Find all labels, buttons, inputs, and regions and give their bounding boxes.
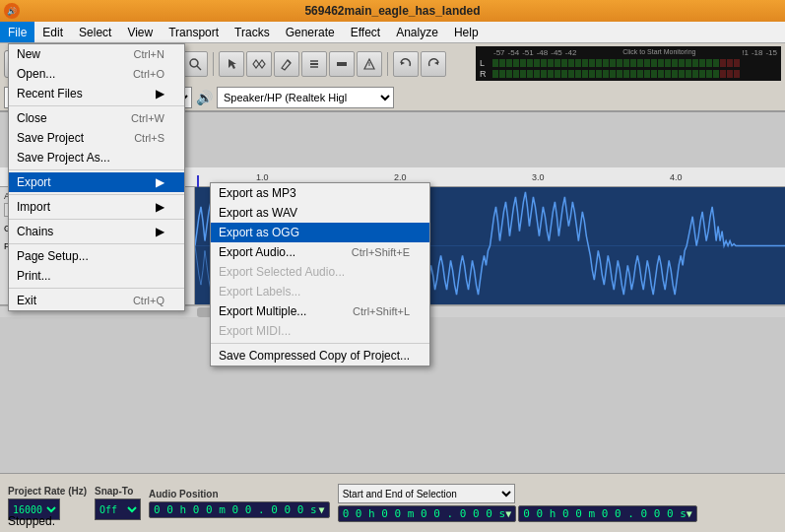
- project-rate-label: Project Rate (Hz): [8, 486, 87, 497]
- save-shortcut: Ctrl+S: [134, 132, 164, 144]
- chains-label: Chains: [17, 225, 53, 238]
- export-mp3-label: Export as MP3: [219, 186, 296, 200]
- menu-import[interactable]: Import ▶: [9, 197, 184, 217]
- redo-button[interactable]: [421, 51, 446, 77]
- sep-5: [9, 243, 184, 244]
- snap-to-select[interactable]: Off Bar Beat: [95, 499, 141, 520]
- ruler-tick-1: 1.0: [256, 172, 269, 182]
- selection-type-select[interactable]: Start and End of Selection Start and Len…: [338, 484, 515, 503]
- menu-open[interactable]: Open... Ctrl+O: [9, 64, 184, 84]
- audio-position-value: 0 0 h 0 0 m 0 0 . 0 0 0 s ▼: [149, 501, 330, 518]
- sep-4: [9, 219, 184, 220]
- menu-edit[interactable]: Edit: [34, 22, 71, 42]
- svg-line-16: [288, 60, 291, 63]
- menu-close[interactable]: Close Ctrl+W: [9, 108, 184, 128]
- status-bar: Project Rate (Hz) 16000 22050 44100 4800…: [0, 473, 785, 532]
- audio-pos-dropdown-arrow[interactable]: ▼: [319, 504, 325, 515]
- ruler-tick-2: 2.0: [394, 172, 407, 182]
- selection-start-display: 0 0 h 0 0 m 0 0 . 0 0 0 s ▼: [338, 505, 517, 522]
- menu-recent-files[interactable]: Recent Files ▶: [9, 84, 184, 103]
- menu-export[interactable]: Export ▶: [9, 172, 184, 192]
- menu-chains[interactable]: Chains ▶: [9, 222, 184, 241]
- export-multiple[interactable]: Export Multiple... Ctrl+Shift+L: [211, 301, 429, 321]
- menu-view[interactable]: View: [119, 22, 161, 42]
- app-title: 569462main_eagle_has_landed: [304, 4, 480, 18]
- stopped-label: Stopped.: [8, 514, 55, 528]
- menu-tracks[interactable]: Tracks: [227, 22, 278, 42]
- exit-shortcut: Ctrl+Q: [133, 295, 164, 306]
- menu-save-project[interactable]: Save Project Ctrl+S: [9, 128, 184, 148]
- menu-help[interactable]: Help: [446, 22, 487, 42]
- export-wav-label: Export as WAV: [219, 206, 297, 220]
- selection-dropdown-row: Start and End of Selection Start and Len…: [338, 484, 697, 503]
- export-audio-label: Export Audio...: [219, 245, 295, 259]
- toolbar-sep-2: [213, 52, 214, 76]
- open-shortcut: Ctrl+O: [133, 68, 164, 80]
- file-menu: New Ctrl+N Open... Ctrl+O Recent Files ▶…: [8, 43, 185, 311]
- svg-point-14: [190, 59, 198, 67]
- sep-2: [9, 169, 184, 170]
- audio-pos-display: 0 0 h 0 0 m 0 0 . 0 0 0 s ▼: [149, 501, 330, 518]
- draw-tool[interactable]: [274, 51, 299, 77]
- menu-bar: File Edit Select View Transport Tracks G…: [0, 22, 785, 43]
- output-device-select[interactable]: Speaker/HP (Realtek Higl: [217, 87, 394, 108]
- menu-page-setup[interactable]: Page Setup...: [9, 246, 184, 266]
- menu-file[interactable]: File: [0, 22, 34, 42]
- export-mp3[interactable]: Export as MP3: [211, 183, 429, 203]
- audio-position-group: Audio Position 0 0 h 0 0 m 0 0 . 0 0 0 s…: [149, 489, 330, 518]
- export-label: Export: [17, 175, 51, 189]
- menu-new[interactable]: New Ctrl+N: [9, 44, 184, 64]
- save-compressed-copy[interactable]: Save Compressed Copy of Project...: [211, 346, 429, 366]
- export-labels-label: Export Labels...: [219, 285, 300, 299]
- export-audio-shortcut: Ctrl+Shift+E: [352, 246, 410, 258]
- playhead: [197, 175, 199, 187]
- export-selected-label: Export Selected Audio...: [219, 265, 345, 279]
- new-label: New: [17, 47, 40, 61]
- vu-meters-panel: -57-54-51-48-45-42Click to Start Monitor…: [476, 46, 781, 81]
- print-label: Print...: [17, 269, 51, 283]
- svg-marker-24: [434, 61, 438, 65]
- sep-6: [9, 288, 184, 289]
- toolbar-sep-3: [387, 52, 388, 76]
- audio-position-label: Audio Position: [149, 489, 330, 499]
- ruler-tick-3: 3.0: [532, 172, 545, 182]
- menu-print[interactable]: Print...: [9, 266, 184, 286]
- vu-label-r: R: [480, 69, 491, 79]
- menu-analyze[interactable]: Analyze: [388, 22, 446, 42]
- export-labels: Export Labels...: [211, 282, 429, 301]
- sep-1: [9, 105, 184, 106]
- export-ogg[interactable]: Export as OGG: [211, 223, 429, 242]
- close-shortcut: Ctrl+W: [131, 112, 164, 124]
- menu-effect[interactable]: Effect: [343, 22, 388, 42]
- vu-row-r: R: [480, 69, 777, 79]
- export-midi-label: Export MIDI...: [219, 324, 291, 338]
- recent-files-arrow: ▶: [156, 87, 164, 100]
- page-setup-label: Page Setup...: [17, 249, 89, 263]
- selection-group: Start and End of Selection Start and Len…: [338, 484, 697, 522]
- menu-generate[interactable]: Generate: [278, 22, 343, 42]
- menu-transport[interactable]: Transport: [161, 22, 227, 42]
- zoom-toggle-button[interactable]: [182, 51, 208, 77]
- silence-tool[interactable]: [329, 51, 355, 77]
- volume-icon: 🔊: [196, 90, 213, 105]
- new-shortcut: Ctrl+N: [134, 48, 164, 60]
- export-multiple-shortcut: Ctrl+Shift+L: [353, 305, 410, 317]
- import-label: Import: [17, 200, 50, 214]
- export-midi: Export MIDI...: [211, 321, 429, 341]
- envelope-tool[interactable]: [246, 51, 272, 77]
- menu-select[interactable]: Select: [71, 22, 119, 42]
- menu-save-project-as[interactable]: Save Project As...: [9, 148, 184, 167]
- vu-bar-l: [492, 59, 777, 67]
- select-tool[interactable]: [219, 51, 244, 77]
- export-audio[interactable]: Export Audio... Ctrl+Shift+E: [211, 242, 429, 262]
- cut-tool[interactable]: [301, 51, 327, 77]
- export-wav[interactable]: Export as WAV: [211, 203, 429, 223]
- undo-button[interactable]: [393, 51, 419, 77]
- svg-marker-23: [401, 61, 405, 65]
- selection-times: 0 0 h 0 0 m 0 0 . 0 0 0 s ▼ 0 0 h 0 0 m …: [338, 505, 697, 522]
- zoom-tool[interactable]: [357, 51, 382, 77]
- menu-exit[interactable]: Exit Ctrl+Q: [9, 291, 184, 310]
- svg-rect-20: [337, 62, 347, 66]
- snap-to-group: Snap-To Off Bar Beat: [95, 486, 141, 520]
- vu-scale: -57-54-51-48-45-42Click to Start Monitor…: [480, 48, 777, 57]
